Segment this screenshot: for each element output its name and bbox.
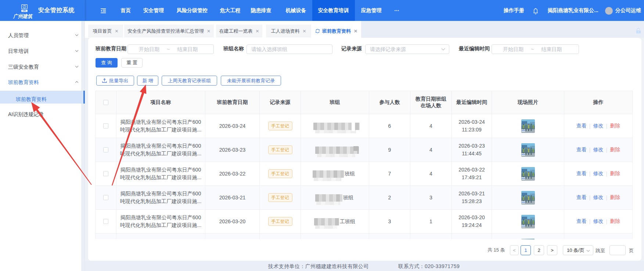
svg-text:GMC: GMC bbox=[22, 10, 26, 12]
